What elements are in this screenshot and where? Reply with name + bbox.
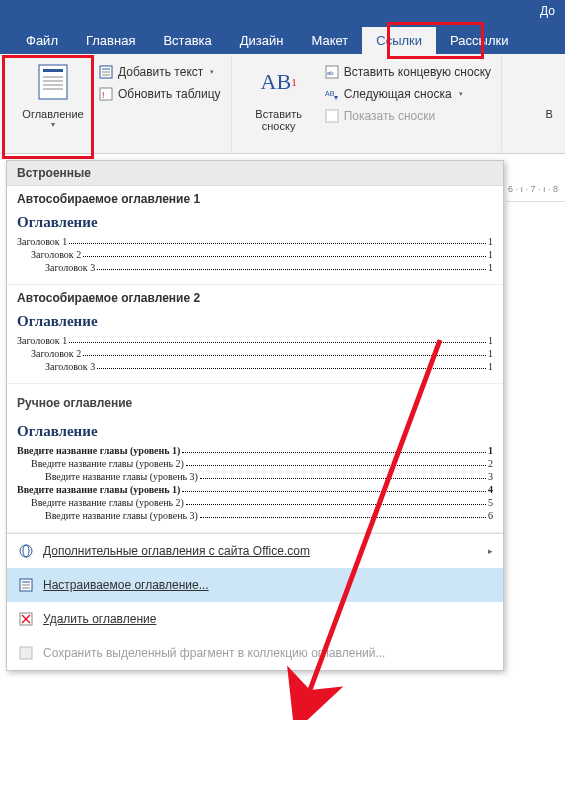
more-toc-label: Дополнительные оглавления с сайта Office… <box>43 544 310 558</box>
toc-entry: Заголовок 31 <box>45 360 493 373</box>
title-bar: До <box>0 0 565 24</box>
remove-toc[interactable]: Удалить оглавление <box>7 602 503 636</box>
ribbon-tabs: Файл Главная Вставка Дизайн Макет Ссылки… <box>0 24 565 54</box>
toc-icon <box>36 62 70 102</box>
doc-title: До <box>540 4 555 18</box>
toc-entry: Введите название главы (уровень 2)5 <box>31 496 493 509</box>
svg-rect-15 <box>326 110 338 122</box>
insert-footnote-label: Вставить сноску <box>255 108 302 132</box>
update-table-label: Обновить таблицу <box>118 87 221 101</box>
dropdown-footer: Дополнительные оглавления с сайта Office… <box>7 533 503 670</box>
endnote-icon: ab <box>324 64 340 80</box>
ribbon-group-right: В <box>502 56 565 151</box>
custom-toc-icon <box>17 576 35 594</box>
svg-point-16 <box>20 545 32 557</box>
tab-layout[interactable]: Макет <box>297 27 362 54</box>
right-button[interactable]: В <box>508 58 565 124</box>
ribbon-group-footnotes: AB1 Вставить сноску ab Вставить концевую… <box>232 56 502 151</box>
remove-icon <box>17 610 35 628</box>
toc-style-auto2[interactable]: Автособираемое оглавление 2 Оглавление З… <box>7 285 503 384</box>
tab-home[interactable]: Главная <box>72 27 149 54</box>
tab-design[interactable]: Дизайн <box>226 27 298 54</box>
svg-text:AB: AB <box>325 90 335 97</box>
ruler: 6 · ı · 7 · ı · 8 <box>506 182 565 202</box>
toc-entry: Заголовок 21 <box>31 248 493 261</box>
ribbon-group-toc: Оглавление ▾ Добавить текст ▾ ! Обновить… <box>6 56 232 151</box>
tab-mailings[interactable]: Рассылки <box>436 27 522 54</box>
remove-toc-label: Удалить оглавление <box>43 612 156 626</box>
chevron-down-icon: ▾ <box>51 120 55 129</box>
next-footnote-label: Следующая сноска <box>344 87 452 101</box>
custom-toc[interactable]: Настраиваемое оглавление... <box>7 568 503 602</box>
toc-entry: Введите название главы (уровень 3)6 <box>45 509 493 522</box>
toc-entry: Заголовок 11 <box>17 334 493 347</box>
update-table-button[interactable]: ! Обновить таблицу <box>94 84 225 104</box>
next-footnote-icon: AB <box>324 86 340 102</box>
svg-text:!: ! <box>102 90 105 100</box>
online-icon <box>17 542 35 560</box>
more-toc-online[interactable]: Дополнительные оглавления с сайта Office… <box>7 534 503 568</box>
toc-entry: Заголовок 31 <box>45 261 493 274</box>
toc-entry: Заголовок 21 <box>31 347 493 360</box>
toc-entry: Введите название главы (уровень 2)2 <box>31 457 493 470</box>
section-built-in: Встроенные <box>7 161 503 186</box>
toc-preview: Оглавление Введите название главы (урове… <box>17 421 493 524</box>
add-text-button[interactable]: Добавить текст ▾ <box>94 62 225 82</box>
footnote-icon: AB1 <box>262 62 296 102</box>
insert-footnote-button[interactable]: AB1 Вставить сноску <box>238 58 320 136</box>
chevron-down-icon: ▾ <box>210 68 214 76</box>
toc-style-auto1[interactable]: Автособираемое оглавление 1 Оглавление З… <box>7 186 503 285</box>
toc-entry: Заголовок 11 <box>17 235 493 248</box>
save-icon <box>17 644 35 662</box>
tab-insert[interactable]: Вставка <box>149 27 225 54</box>
toc-entry: Введите название главы (уровень 1)1 <box>17 444 493 457</box>
save-selection-label: Сохранить выделенный фрагмент в коллекци… <box>43 646 385 660</box>
toc-style-title: Автособираемое оглавление 1 <box>17 192 493 206</box>
toc-entry: Введите название главы (уровень 3)3 <box>45 470 493 483</box>
svg-text:ab: ab <box>327 70 334 76</box>
next-footnote-button[interactable]: AB Следующая сноска ▾ <box>320 84 495 104</box>
tab-references[interactable]: Ссылки <box>362 27 436 54</box>
ribbon: Оглавление ▾ Добавить текст ▾ ! Обновить… <box>0 54 565 154</box>
show-notes-label: Показать сноски <box>344 109 436 123</box>
tab-file[interactable]: Файл <box>12 27 72 54</box>
svg-point-17 <box>23 545 29 557</box>
toc-gallery: Встроенные Автособираемое оглавление 1 О… <box>6 160 504 671</box>
show-notes-icon <box>324 108 340 124</box>
insert-endnote-label: Вставить концевую сноску <box>344 65 491 79</box>
chevron-right-icon: ▸ <box>488 546 493 556</box>
svg-rect-25 <box>20 647 32 659</box>
svg-rect-1 <box>43 69 63 72</box>
add-text-icon <box>98 64 114 80</box>
chevron-down-icon: ▾ <box>459 90 463 98</box>
toc-label: Оглавление <box>22 108 83 120</box>
custom-toc-label: Настраиваемое оглавление... <box>43 578 209 592</box>
show-notes-button[interactable]: Показать сноски <box>320 106 495 126</box>
toc-style-title: Автособираемое оглавление 2 <box>17 291 493 305</box>
section-manual: Ручное оглавление <box>7 384 503 415</box>
toc-preview: Оглавление Заголовок 11Заголовок 21Загол… <box>17 311 493 375</box>
toc-style-manual[interactable]: Оглавление Введите название главы (урове… <box>7 415 503 533</box>
save-selection: Сохранить выделенный фрагмент в коллекци… <box>7 636 503 670</box>
toc-preview: Оглавление Заголовок 11Заголовок 21Загол… <box>17 212 493 276</box>
toc-entry: Введите название главы (уровень 1)4 <box>17 483 493 496</box>
insert-endnote-button[interactable]: ab Вставить концевую сноску <box>320 62 495 82</box>
toc-button[interactable]: Оглавление ▾ <box>12 58 94 133</box>
update-icon: ! <box>98 86 114 102</box>
add-text-label: Добавить текст <box>118 65 203 79</box>
